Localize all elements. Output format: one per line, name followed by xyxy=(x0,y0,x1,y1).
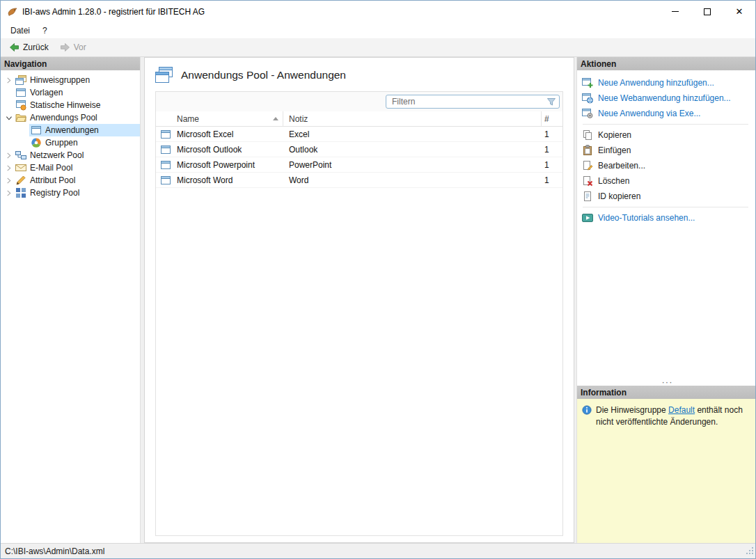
forward-arrow-icon xyxy=(60,42,70,52)
table-row[interactable]: Microsoft Powerpoint PowerPoint 1 xyxy=(156,157,562,173)
chevron-right-icon[interactable] xyxy=(3,190,14,196)
cell-count: 1 xyxy=(542,160,562,170)
applications-grid: Name Notiz # Microsoft Excel Excel 1 xyxy=(155,91,563,536)
menu-help[interactable]: ? xyxy=(36,22,54,38)
cell-count: 1 xyxy=(542,175,562,185)
forward-label: Vor xyxy=(74,42,86,52)
sidebar-item-hinweisgruppen[interactable]: Hinweisgruppen xyxy=(1,74,140,86)
sidebar-item-label: Anwendungen xyxy=(45,125,99,135)
filter-funnel-icon[interactable] xyxy=(546,97,556,107)
action-new-webapplication[interactable]: Neue Webanwendung hinzufügen... xyxy=(582,90,753,106)
back-button[interactable]: Zurück xyxy=(4,40,54,54)
sidebar-item-label: Hinweisgruppen xyxy=(30,75,90,85)
sidebar-item-vorlagen[interactable]: Vorlagen xyxy=(1,86,140,99)
table-header-row: Name Notiz # xyxy=(156,111,562,127)
email-envelope-icon xyxy=(15,162,26,173)
data-file-path: C:\IBI-aws\Admin\Data.xml xyxy=(5,546,104,556)
navigation-toolbar: Zurück Vor xyxy=(1,38,755,57)
sidebar-item-label: Gruppen xyxy=(45,138,78,148)
action-paste[interactable]: Einfügen xyxy=(582,143,753,158)
sidebar-item-registry-pool[interactable]: Registry Pool xyxy=(1,187,140,199)
information-panel: Die Hinweisgruppe Default enthält noch n… xyxy=(577,399,755,543)
navigation-panel-header: Navigation xyxy=(1,57,140,70)
column-header-name[interactable]: Name xyxy=(175,111,283,126)
statusbar: C:\IBI-aws\Admin\Data.xml xyxy=(1,543,755,558)
default-group-link[interactable]: Default xyxy=(668,405,695,415)
sidebar-item-anwendungs-pool[interactable]: Anwendungs Pool xyxy=(1,111,140,124)
table-row[interactable]: Microsoft Word Word 1 xyxy=(156,173,562,188)
static-notice-icon xyxy=(15,100,26,111)
chevron-right-icon[interactable] xyxy=(3,178,14,184)
sidebar-item-netzwerk-pool[interactable]: Netzwerk Pool xyxy=(1,149,140,162)
sidebar-item-attribut-pool[interactable]: Attribut Pool xyxy=(1,174,140,187)
edit-icon xyxy=(582,160,593,171)
application-window-icon xyxy=(31,125,42,136)
forward-button[interactable]: Vor xyxy=(55,40,91,54)
groups-pie-icon xyxy=(31,137,42,148)
back-label: Zurück xyxy=(23,42,49,52)
sidebar-item-statische-hinweise[interactable]: Statische Hinweise xyxy=(1,99,140,111)
chevron-down-icon[interactable] xyxy=(3,115,14,121)
sidebar-item-email-pool[interactable]: E-Mail Pool xyxy=(1,162,140,174)
cell-name: Microsoft Powerpoint xyxy=(175,160,283,170)
delete-icon xyxy=(582,175,593,187)
info-message: Die Hinweisgruppe Default enthält noch n… xyxy=(596,404,750,428)
action-copy[interactable]: Kopieren xyxy=(582,127,753,143)
column-header-notiz[interactable]: Notiz xyxy=(283,111,542,126)
action-delete[interactable]: Löschen xyxy=(582,173,753,189)
right-panel: Aktionen Neue Anwendung hinzufügen... Ne… xyxy=(576,57,755,543)
information-panel-header: Information xyxy=(577,386,755,399)
window-title: IBI-aws Admin 1.28.0 - registriert für I… xyxy=(22,7,205,17)
filter-input[interactable] xyxy=(392,97,546,107)
cell-notiz: PowerPoint xyxy=(283,160,542,170)
paste-icon xyxy=(582,145,593,156)
window-controls: ✕ xyxy=(659,1,755,22)
applications-header-icon xyxy=(155,66,173,84)
maximize-icon xyxy=(704,8,711,15)
close-button[interactable]: ✕ xyxy=(723,1,755,22)
minimize-icon xyxy=(672,11,679,12)
sidebar-item-label: E-Mail Pool xyxy=(30,163,72,173)
application-window-icon xyxy=(160,129,171,140)
chevron-right-icon[interactable] xyxy=(3,165,14,171)
chevron-right-icon[interactable] xyxy=(3,77,14,84)
copy-id-icon xyxy=(582,191,593,202)
resize-grip[interactable] xyxy=(745,546,754,557)
actions-panel-header: Aktionen xyxy=(577,57,755,70)
column-header-count[interactable]: # xyxy=(542,114,562,124)
cell-count: 1 xyxy=(542,145,562,155)
chevron-right-icon[interactable] xyxy=(3,152,14,159)
sidebar-item-label: Netzwerk Pool xyxy=(30,150,84,160)
cell-count: 1 xyxy=(542,129,562,139)
sort-ascending-icon xyxy=(273,117,278,120)
action-copy-id[interactable]: ID kopieren xyxy=(582,189,753,204)
filter-box xyxy=(386,95,560,109)
back-arrow-icon xyxy=(9,42,19,52)
table-row[interactable]: Microsoft Excel Excel 1 xyxy=(156,127,562,142)
cell-name: Microsoft Outlook xyxy=(175,145,283,155)
sidebar-item-gruppen[interactable]: Gruppen xyxy=(1,136,140,149)
cell-name: Microsoft Excel xyxy=(175,129,283,139)
sidebar-item-anwendungen[interactable]: Anwendungen xyxy=(1,124,140,136)
action-new-application[interactable]: Neue Anwendung hinzufügen... xyxy=(582,75,753,90)
cell-notiz: Word xyxy=(283,175,542,185)
info-icon xyxy=(582,405,592,415)
cell-notiz: Outlook xyxy=(283,145,542,155)
actions-list: Neue Anwendung hinzufügen... Neue Webanw… xyxy=(577,70,755,386)
actions-separator xyxy=(583,207,748,207)
action-video-tutorials[interactable]: Video-Tutorials ansehen... xyxy=(582,210,753,226)
action-new-application-via-exe[interactable]: Neue Anwendung via Exe... xyxy=(582,106,753,121)
panel-splitter-handle[interactable]: ··· xyxy=(582,378,753,386)
notice-groups-icon xyxy=(15,74,26,86)
registry-grid-icon xyxy=(15,187,26,198)
video-tutorials-icon xyxy=(582,212,593,223)
menubar: Datei ? xyxy=(1,22,755,38)
action-edit[interactable]: Bearbeiten... xyxy=(582,158,753,173)
table-row[interactable]: Microsoft Outlook Outlook 1 xyxy=(156,142,562,157)
new-application-icon xyxy=(582,77,593,88)
cell-notiz: Excel xyxy=(283,129,542,139)
menu-datei[interactable]: Datei xyxy=(4,22,36,38)
network-icon xyxy=(15,150,26,161)
minimize-button[interactable] xyxy=(659,1,691,22)
maximize-button[interactable] xyxy=(691,1,723,22)
